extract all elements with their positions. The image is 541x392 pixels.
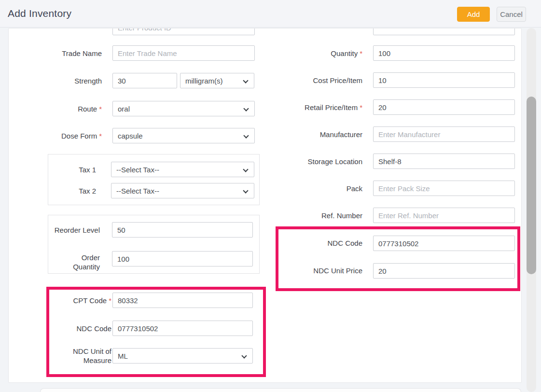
add-inventory-form-card: Trade Name Strength milligram(s) Route* … [8, 28, 522, 383]
cost-price-input[interactable] [373, 72, 515, 88]
strength-input[interactable] [112, 73, 177, 88]
reorder-groupbox: Reorder Level Order Quantity [48, 215, 260, 274]
required-asterisk: * [109, 296, 111, 305]
next-section-panel [40, 388, 521, 392]
reorder-level-input[interactable] [112, 222, 253, 238]
chevron-down-icon [243, 78, 248, 83]
storage-location-label: Storage Location [266, 157, 362, 166]
ndc-code-right-label: NDC Code [278, 238, 362, 248]
route-label: Route* [29, 104, 102, 113]
trade-name-label: Trade Name [29, 49, 102, 58]
ndc-code-input[interactable] [112, 321, 253, 336]
required-asterisk: * [99, 132, 102, 140]
strength-label: Strength [29, 76, 102, 85]
ndc-code-label: NDC Code [53, 324, 111, 333]
required-asterisk: * [360, 103, 362, 112]
cost-price-label: Cost Price/Item [266, 76, 362, 85]
retail-price-label: Retail Price/Item* [266, 103, 362, 112]
route-select[interactable]: oral [112, 101, 255, 116]
cancel-button[interactable]: Cancel [497, 7, 526, 22]
required-asterisk: * [360, 49, 362, 57]
cpt-ndc-highlight-box: CPT Code* NDC Code NDC Unit of Measure M… [46, 287, 266, 377]
page-header: Add Inventory Add Cancel [0, 0, 541, 28]
strength-unit-select[interactable]: milligram(s) [180, 73, 254, 88]
quantity-input[interactable] [373, 45, 515, 61]
order-quantity-input[interactable] [112, 251, 253, 266]
tax1-label: Tax 1 [53, 165, 96, 174]
ref-number-input[interactable] [373, 208, 515, 223]
quantity-label: Quantity* [266, 49, 362, 58]
trade-name-input[interactable] [112, 45, 255, 61]
ndc-code-right-input[interactable] [373, 236, 515, 251]
storage-location-input[interactable] [373, 154, 515, 169]
scrollbar-thumb[interactable] [527, 97, 536, 274]
reorder-level-label: Reorder Level [53, 225, 100, 235]
manufacturer-label: Manufacturer [266, 130, 362, 139]
dose-form-label: Dose Form* [29, 131, 102, 140]
tax2-select[interactable]: --Select Tax-- [111, 183, 254, 198]
chevron-down-icon [243, 188, 248, 193]
ndc-unit-of-measure-label: NDC Unit of Measure [53, 347, 111, 365]
cpt-code-input[interactable] [112, 293, 253, 308]
ndc-highlight-box: NDC Code NDC Unit Price [276, 226, 520, 291]
chevron-down-icon [243, 167, 248, 172]
pack-label: Pack [266, 184, 362, 193]
tax1-select[interactable]: --Select Tax-- [111, 162, 254, 177]
page-title: Add Inventory [8, 8, 71, 19]
chevron-down-icon [243, 133, 249, 138]
chevron-down-icon [241, 353, 247, 358]
manufacturer-input[interactable] [373, 126, 515, 142]
order-quantity-label: Order Quantity [53, 253, 100, 271]
add-button[interactable]: Add [457, 7, 490, 22]
ndc-unit-of-measure-select[interactable]: ML [112, 348, 253, 364]
ndc-unit-price-label: NDC Unit Price [278, 266, 362, 275]
cpt-code-label: CPT Code* [53, 296, 111, 305]
dose-form-select[interactable]: capsule [112, 128, 255, 143]
tax-groupbox: Tax 1 --Select Tax-- Tax 2 --Select Tax-… [48, 154, 260, 205]
chevron-down-icon [243, 106, 249, 111]
tax2-label: Tax 2 [53, 186, 96, 196]
cropped-top-input-right[interactable] [373, 28, 515, 35]
ref-number-label: Ref. Number [266, 211, 362, 220]
product-id-input[interactable] [112, 28, 255, 35]
retail-price-input[interactable] [373, 99, 515, 115]
ndc-unit-price-input[interactable] [373, 263, 515, 279]
pack-input[interactable] [373, 181, 515, 196]
required-asterisk: * [99, 105, 102, 113]
